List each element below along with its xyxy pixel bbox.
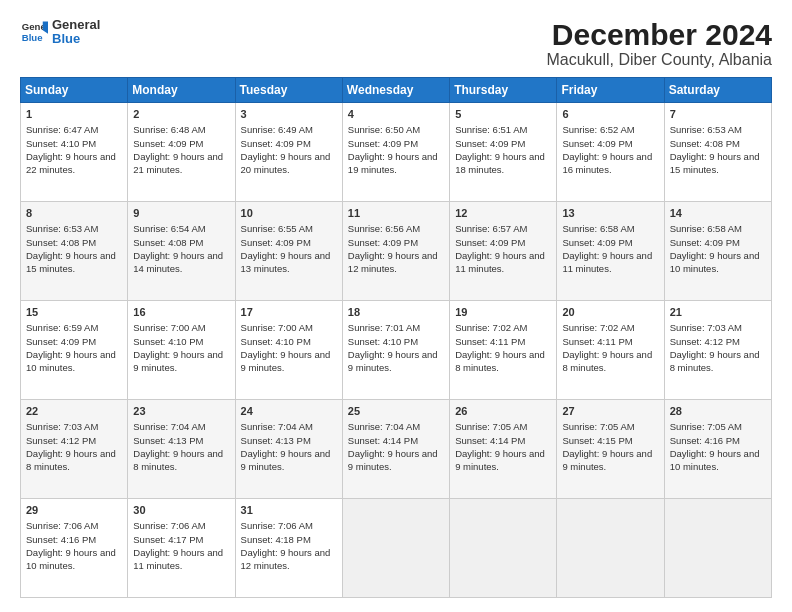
table-row: 20 Sunrise: 7:02 AM Sunset: 4:11 PM Dayl…	[557, 301, 664, 400]
table-row: 11 Sunrise: 6:56 AM Sunset: 4:09 PM Dayl…	[342, 202, 449, 301]
sunrise-label: Sunrise: 7:00 AM	[133, 322, 205, 333]
day-number: 6	[562, 107, 658, 122]
sunrise-label: Sunrise: 6:58 AM	[562, 223, 634, 234]
daylight-label: Daylight: 9 hours and 18 minutes.	[455, 151, 545, 175]
daylight-label: Daylight: 9 hours and 10 minutes.	[670, 448, 760, 472]
sunset-label: Sunset: 4:11 PM	[562, 336, 632, 347]
table-row: 2 Sunrise: 6:48 AM Sunset: 4:09 PM Dayli…	[128, 103, 235, 202]
sunrise-label: Sunrise: 7:04 AM	[133, 421, 205, 432]
sunset-label: Sunset: 4:16 PM	[670, 435, 740, 446]
daylight-label: Daylight: 9 hours and 10 minutes.	[670, 250, 760, 274]
table-row: 5 Sunrise: 6:51 AM Sunset: 4:09 PM Dayli…	[450, 103, 557, 202]
day-number: 30	[133, 503, 229, 518]
table-row: 26 Sunrise: 7:05 AM Sunset: 4:14 PM Dayl…	[450, 400, 557, 499]
day-number: 5	[455, 107, 551, 122]
title-block: December 2024 Macukull, Diber County, Al…	[546, 18, 772, 69]
sunrise-label: Sunrise: 6:58 AM	[670, 223, 742, 234]
table-row: 10 Sunrise: 6:55 AM Sunset: 4:09 PM Dayl…	[235, 202, 342, 301]
daylight-label: Daylight: 9 hours and 9 minutes.	[241, 448, 331, 472]
sunset-label: Sunset: 4:09 PM	[562, 138, 632, 149]
sunrise-label: Sunrise: 7:03 AM	[670, 322, 742, 333]
table-row	[342, 499, 449, 598]
table-row: 9 Sunrise: 6:54 AM Sunset: 4:08 PM Dayli…	[128, 202, 235, 301]
daylight-label: Daylight: 9 hours and 8 minutes.	[562, 349, 652, 373]
sunrise-label: Sunrise: 6:51 AM	[455, 124, 527, 135]
table-row: 7 Sunrise: 6:53 AM Sunset: 4:08 PM Dayli…	[664, 103, 771, 202]
sunset-label: Sunset: 4:09 PM	[348, 138, 418, 149]
day-number: 23	[133, 404, 229, 419]
sunrise-label: Sunrise: 6:52 AM	[562, 124, 634, 135]
table-row: 13 Sunrise: 6:58 AM Sunset: 4:09 PM Dayl…	[557, 202, 664, 301]
day-number: 3	[241, 107, 337, 122]
table-row: 4 Sunrise: 6:50 AM Sunset: 4:09 PM Dayli…	[342, 103, 449, 202]
sunset-label: Sunset: 4:12 PM	[26, 435, 96, 446]
sunrise-label: Sunrise: 6:55 AM	[241, 223, 313, 234]
sunset-label: Sunset: 4:14 PM	[455, 435, 525, 446]
col-tuesday: Tuesday	[235, 78, 342, 103]
sunrise-label: Sunrise: 7:01 AM	[348, 322, 420, 333]
sunrise-label: Sunrise: 6:59 AM	[26, 322, 98, 333]
sunset-label: Sunset: 4:17 PM	[133, 534, 203, 545]
table-row: 16 Sunrise: 7:00 AM Sunset: 4:10 PM Dayl…	[128, 301, 235, 400]
daylight-label: Daylight: 9 hours and 9 minutes.	[455, 448, 545, 472]
table-row	[450, 499, 557, 598]
day-number: 19	[455, 305, 551, 320]
sunset-label: Sunset: 4:10 PM	[348, 336, 418, 347]
daylight-label: Daylight: 9 hours and 8 minutes.	[455, 349, 545, 373]
day-number: 21	[670, 305, 766, 320]
day-number: 12	[455, 206, 551, 221]
table-row	[557, 499, 664, 598]
sunset-label: Sunset: 4:11 PM	[455, 336, 525, 347]
daylight-label: Daylight: 9 hours and 8 minutes.	[26, 448, 116, 472]
day-number: 7	[670, 107, 766, 122]
daylight-label: Daylight: 9 hours and 22 minutes.	[26, 151, 116, 175]
sunrise-label: Sunrise: 7:03 AM	[26, 421, 98, 432]
daylight-label: Daylight: 9 hours and 11 minutes.	[562, 250, 652, 274]
day-number: 27	[562, 404, 658, 419]
daylight-label: Daylight: 9 hours and 9 minutes.	[241, 349, 331, 373]
sunrise-label: Sunrise: 6:48 AM	[133, 124, 205, 135]
sunrise-label: Sunrise: 6:54 AM	[133, 223, 205, 234]
sunrise-label: Sunrise: 7:05 AM	[455, 421, 527, 432]
sunset-label: Sunset: 4:09 PM	[26, 336, 96, 347]
page: General Blue General Blue December 2024 …	[0, 0, 792, 612]
sunrise-label: Sunrise: 6:50 AM	[348, 124, 420, 135]
daylight-label: Daylight: 9 hours and 13 minutes.	[241, 250, 331, 274]
day-number: 4	[348, 107, 444, 122]
day-number: 2	[133, 107, 229, 122]
day-number: 28	[670, 404, 766, 419]
sunset-label: Sunset: 4:10 PM	[133, 336, 203, 347]
sunrise-label: Sunrise: 6:49 AM	[241, 124, 313, 135]
col-friday: Friday	[557, 78, 664, 103]
sunset-label: Sunset: 4:13 PM	[241, 435, 311, 446]
sunset-label: Sunset: 4:09 PM	[455, 138, 525, 149]
logo-blue-text: Blue	[52, 32, 100, 46]
day-number: 15	[26, 305, 122, 320]
logo-icon: General Blue	[20, 18, 48, 46]
table-row: 25 Sunrise: 7:04 AM Sunset: 4:14 PM Dayl…	[342, 400, 449, 499]
daylight-label: Daylight: 9 hours and 10 minutes.	[26, 547, 116, 571]
daylight-label: Daylight: 9 hours and 10 minutes.	[26, 349, 116, 373]
table-row: 21 Sunrise: 7:03 AM Sunset: 4:12 PM Dayl…	[664, 301, 771, 400]
day-number: 29	[26, 503, 122, 518]
sunrise-label: Sunrise: 6:53 AM	[26, 223, 98, 234]
sunset-label: Sunset: 4:14 PM	[348, 435, 418, 446]
daylight-label: Daylight: 9 hours and 15 minutes.	[670, 151, 760, 175]
table-row: 3 Sunrise: 6:49 AM Sunset: 4:09 PM Dayli…	[235, 103, 342, 202]
sunrise-label: Sunrise: 7:02 AM	[455, 322, 527, 333]
daylight-label: Daylight: 9 hours and 9 minutes.	[348, 349, 438, 373]
daylight-label: Daylight: 9 hours and 20 minutes.	[241, 151, 331, 175]
page-title: December 2024	[546, 18, 772, 51]
col-saturday: Saturday	[664, 78, 771, 103]
sunset-label: Sunset: 4:09 PM	[562, 237, 632, 248]
sunset-label: Sunset: 4:09 PM	[455, 237, 525, 248]
day-number: 31	[241, 503, 337, 518]
sunset-label: Sunset: 4:15 PM	[562, 435, 632, 446]
table-row: 30 Sunrise: 7:06 AM Sunset: 4:17 PM Dayl…	[128, 499, 235, 598]
calendar-header-row: Sunday Monday Tuesday Wednesday Thursday…	[21, 78, 772, 103]
day-number: 11	[348, 206, 444, 221]
table-row: 19 Sunrise: 7:02 AM Sunset: 4:11 PM Dayl…	[450, 301, 557, 400]
table-row: 29 Sunrise: 7:06 AM Sunset: 4:16 PM Dayl…	[21, 499, 128, 598]
day-number: 10	[241, 206, 337, 221]
sunrise-label: Sunrise: 7:06 AM	[26, 520, 98, 531]
